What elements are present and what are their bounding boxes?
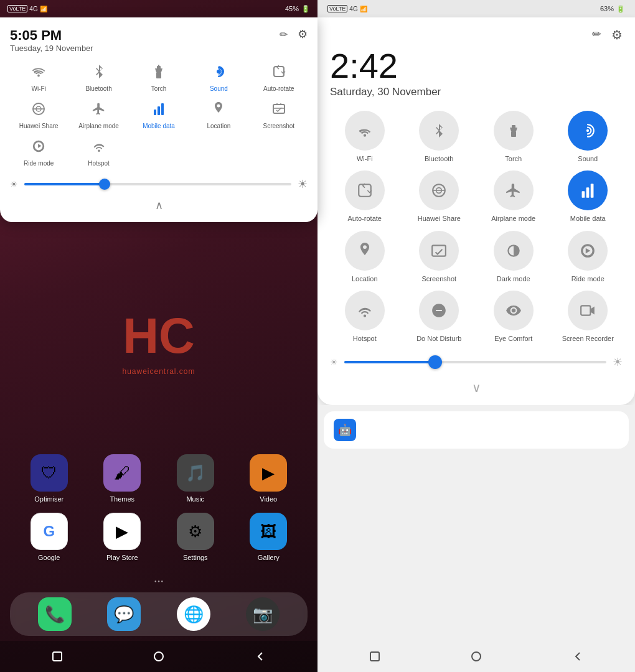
tile-location-left[interactable]: Location [190, 98, 247, 130]
tile-ridemode-right[interactable]: Ride mode [553, 231, 623, 283]
tile-location-label-right: Location [352, 274, 378, 283]
tile-bluetooth-right[interactable]: Bluetooth [405, 111, 474, 163]
tile-bluetooth-left[interactable]: Bluetooth [70, 60, 127, 93]
svg-rect-8 [154, 110, 156, 115]
dock-messages[interactable]: 💬 [107, 597, 141, 631]
tile-huaweishare-label-right: Huawei Share [418, 214, 461, 223]
app-optimiser[interactable]: 🛡 Optimiser [15, 454, 83, 503]
nav-back-left[interactable] [248, 647, 273, 666]
brightness-high-icon-right: ☀ [613, 355, 623, 369]
tile-wifi-right[interactable]: Wi-Fi [330, 111, 400, 163]
dock-camera[interactable]: 📷 [246, 597, 280, 631]
brightness-row-left: ☀ ☀ [10, 175, 308, 194]
app-themes[interactable]: 🖌 Themes [88, 454, 157, 503]
tile-ridemode-label-right: Ride mode [572, 274, 604, 283]
brightness-low-icon-left: ☀ [10, 179, 18, 189]
tile-screenshot-right[interactable]: Screenshot [405, 231, 474, 283]
svg-rect-25 [370, 652, 379, 661]
carrier-left: VoLTE 4G 📶 [7, 5, 47, 12]
tile-torch-left[interactable]: Torch [130, 60, 187, 93]
tile-ridemode-left[interactable]: Ride mode [10, 135, 67, 167]
tile-wifi-left[interactable]: Wi-Fi [10, 60, 67, 93]
status-bar-right: VoLTE 4G 📶 63% 🔋 [318, 0, 635, 17]
tile-mobiledata-label-right: Mobile data [570, 214, 606, 223]
svg-point-26 [472, 652, 481, 661]
bottom-notification[interactable]: 🤖 [324, 411, 629, 449]
svg-rect-23 [432, 245, 446, 256]
brightness-slider-right[interactable] [344, 361, 606, 363]
svg-point-4 [217, 70, 220, 73]
app-settings[interactable]: ⚙ Settings [161, 513, 230, 561]
app-optimiser-label: Optimiser [34, 495, 64, 503]
tile-sound-right[interactable]: Sound [553, 111, 623, 163]
tile-mobiledata-right[interactable]: Mobile data [553, 170, 623, 223]
right-bottom: 🤖 [318, 405, 635, 455]
tile-dnd-right[interactable]: Do Not Disturb [405, 291, 474, 343]
tile-darkmode-right[interactable]: Dark mode [479, 231, 548, 283]
notif-icon-right: 🤖 [334, 419, 356, 441]
notification-panel-left: 5:05 PM Tuesday, 19 November ✏ ⚙ Wi-Fi [0, 17, 318, 222]
tile-autorotate-right[interactable]: Auto-rotate [330, 170, 400, 223]
brightness-low-icon-right: ☀ [330, 357, 338, 367]
dock-phone[interactable]: 📞 [38, 597, 72, 631]
tile-autorotate-left[interactable]: Auto-rotate [250, 60, 308, 93]
tile-hotspot-right[interactable]: Hotspot [330, 291, 400, 343]
tile-autorotate-label-right: Auto-rotate [348, 214, 382, 223]
tile-location-right[interactable]: Location [330, 231, 400, 283]
settings-icon-left[interactable]: ⚙ [298, 27, 308, 41]
tile-sound-left[interactable]: Sound [190, 60, 247, 93]
tile-darkmode-label-right: Dark mode [497, 274, 530, 283]
tile-mobiledata-left[interactable]: Mobile data [130, 98, 187, 130]
tile-huaweishare-label-left: Huawei Share [19, 123, 59, 130]
tile-airplane-left[interactable]: Airplane mode [70, 98, 127, 130]
nav-back-right[interactable] [565, 647, 590, 666]
panel-time-right: 2:42 [330, 49, 623, 83]
tile-torch-label-left: Torch [151, 85, 166, 93]
tile-hotspot-left[interactable]: Hotspot [70, 135, 127, 167]
battery-right: 63% 🔋 [600, 5, 625, 13]
dock-chrome[interactable]: 🌐 [177, 597, 210, 631]
tile-location-label-left: Location [207, 123, 230, 130]
tile-wifi-label-right: Wi-Fi [357, 154, 373, 163]
nav-square-right[interactable] [362, 647, 387, 666]
status-bar-left: VoLTE 4G 📶 45% 🔋 [0, 0, 318, 17]
tile-sound-label-right: Sound [578, 154, 598, 163]
nav-bar-left [0, 641, 318, 672]
svg-rect-16 [512, 125, 515, 128]
svg-rect-2 [157, 66, 161, 69]
app-google[interactable]: G Google [15, 513, 83, 561]
tile-screenrecorder-right[interactable]: Screen Recorder [553, 291, 623, 343]
tile-sound-label-left: Sound [210, 85, 228, 93]
tile-eyecomfort-right[interactable]: Eye Comfort [479, 291, 548, 343]
settings-icon-right[interactable]: ⚙ [611, 27, 623, 42]
tile-eyecomfort-label-right: Eye Comfort [494, 334, 532, 343]
app-video[interactable]: ▶ Video [235, 454, 303, 503]
nav-circle-left[interactable] [146, 647, 171, 666]
svg-point-13 [154, 652, 163, 661]
edit-icon-left[interactable]: ✏ [280, 29, 288, 40]
tile-huaweishare-right[interactable]: Huawei Share [405, 170, 474, 223]
svg-rect-12 [53, 652, 62, 661]
svg-rect-22 [591, 184, 594, 198]
tile-bluetooth-label-right: Bluetooth [425, 154, 453, 163]
panel-collapse-left[interactable]: ∧ [10, 198, 308, 212]
tile-airplane-right[interactable]: Airplane mode [479, 170, 548, 223]
tile-screenshot-left[interactable]: Screenshot [250, 98, 308, 130]
brightness-slider-left[interactable] [24, 183, 291, 185]
panel-collapse-right[interactable]: ∨ [330, 380, 623, 395]
app-gallery[interactable]: 🖼 Gallery [235, 513, 303, 561]
home-screen-left: 🛡 Optimiser 🖌 Themes 🎵 Music ▶ [0, 222, 318, 672]
nav-square-left[interactable] [45, 647, 70, 666]
tile-airplane-label-right: Airplane mode [491, 214, 535, 223]
app-video-label: Video [260, 495, 277, 503]
tile-torch-right[interactable]: Torch [479, 111, 548, 163]
app-playstore[interactable]: ▶ Play Store [88, 513, 157, 561]
panel-date-right: Saturday, 30 November [330, 86, 623, 98]
edit-icon-right[interactable]: ✏ [592, 27, 601, 42]
tile-screenshot-label-left: Screenshot [263, 123, 295, 130]
app-music[interactable]: 🎵 Music [161, 454, 230, 503]
tile-screenrecorder-label-right: Screen Recorder [562, 334, 614, 343]
nav-circle-right[interactable] [464, 647, 489, 666]
tile-huaweishare-left[interactable]: Huawei Share [10, 98, 67, 130]
svg-rect-17 [359, 185, 371, 197]
